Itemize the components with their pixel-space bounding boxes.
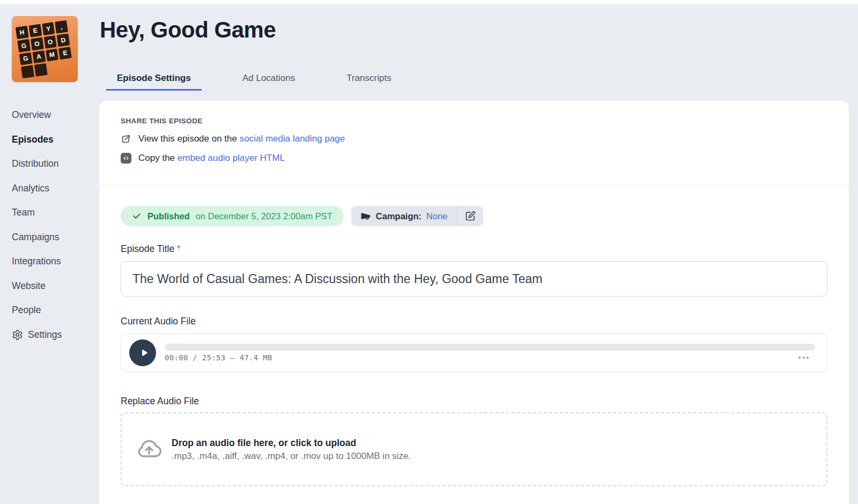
episode-settings-form: Published on December 5, 2023 2:00am PST bbox=[99, 186, 849, 504]
campaign-pill: Campaign: None bbox=[351, 206, 483, 226]
check-icon bbox=[132, 211, 142, 221]
logo-tile bbox=[34, 63, 48, 77]
sidebar-item-website[interactable]: Website bbox=[12, 274, 62, 299]
episode-title-label: Episode Title * bbox=[121, 243, 827, 255]
logo-tile: Y bbox=[42, 22, 55, 35]
gear-icon bbox=[12, 329, 23, 340]
logo-tile: D bbox=[57, 33, 70, 47]
logo-tile: A bbox=[32, 50, 46, 64]
podcast-logo-grid: H E Y , G O O D G A M E bbox=[16, 20, 73, 78]
logo-tile: M bbox=[46, 48, 59, 62]
dropzone-text: Drop an audio file here, or click to upl… bbox=[172, 438, 411, 462]
audio-player: 00:00 / 25:53 — 47.4 MB bbox=[121, 333, 827, 372]
share-section: SHARE THIS EPISODE View this episode on … bbox=[99, 101, 849, 186]
tab-ad-locations[interactable]: Ad Locations bbox=[232, 70, 306, 91]
edit-icon bbox=[465, 211, 476, 221]
social-landing-page-link[interactable]: social media landing page bbox=[240, 134, 345, 144]
logo-tile: O bbox=[43, 35, 57, 49]
sidebar-item-integrations[interactable]: Integrations bbox=[12, 249, 62, 274]
published-date: on December 5, 2023 2:00am PST bbox=[196, 211, 332, 221]
megaphone-icon bbox=[360, 211, 371, 221]
dropzone-subtext: .mp3, .m4a, .aiff, .wav, .mp4, or .mov u… bbox=[172, 451, 411, 462]
share-heading: SHARE THIS EPISODE bbox=[121, 117, 827, 125]
share-row: View this episode on the social media la… bbox=[121, 134, 827, 144]
campaign-label: Campaign: bbox=[376, 211, 421, 221]
campaign-main: Campaign: None bbox=[351, 206, 457, 226]
share-row-prefix: Copy the bbox=[138, 153, 177, 163]
campaign-value-link[interactable]: None bbox=[426, 211, 447, 221]
time-info: 00:00 / 25:53 — 47.4 MB bbox=[165, 353, 272, 362]
replace-audio-label: Replace Audio File bbox=[121, 396, 827, 407]
play-icon bbox=[138, 347, 150, 359]
logo-tile: E bbox=[58, 47, 72, 60]
upload-cloud-icon bbox=[135, 435, 164, 464]
player-meta: 00:00 / 25:53 — 47.4 MB bbox=[165, 353, 815, 362]
sidebar-item-distribution[interactable]: Distribution bbox=[12, 152, 62, 176]
campaign-edit-button[interactable] bbox=[457, 206, 483, 226]
player-options-button[interactable] bbox=[798, 357, 809, 359]
required-asterisk: * bbox=[177, 243, 181, 254]
published-label: Published bbox=[147, 211, 190, 221]
published-badge: Published on December 5, 2023 2:00am PST bbox=[121, 206, 344, 226]
sidebar-item-label: Settings bbox=[28, 329, 62, 340]
status-row: Published on December 5, 2023 2:00am PST bbox=[121, 206, 827, 226]
tab-transcripts[interactable]: Transcripts bbox=[336, 70, 402, 91]
logo-tile: G bbox=[19, 52, 33, 65]
player-body: 00:00 / 25:53 — 47.4 MB bbox=[165, 344, 815, 362]
sidebar-item-episodes[interactable]: Episodes bbox=[12, 128, 62, 152]
play-button[interactable] bbox=[129, 339, 156, 366]
sidebar-nav: Overview Episodes Distribution Analytics… bbox=[12, 103, 62, 347]
external-link-icon bbox=[121, 134, 131, 144]
podcast-cover-art: H E Y , G O O D G A M E bbox=[12, 16, 78, 82]
tab-bar: Episode Settings Ad Locations Transcript… bbox=[106, 70, 402, 91]
sidebar-item-campaigns[interactable]: Campaigns bbox=[12, 225, 62, 250]
episode-title-input[interactable] bbox=[121, 261, 827, 297]
sidebar-item-settings[interactable]: Settings bbox=[12, 323, 62, 347]
logo-tile: , bbox=[55, 20, 68, 34]
sidebar-item-team[interactable]: Team bbox=[12, 201, 62, 225]
logo-tile: E bbox=[28, 24, 42, 38]
logo-tile: H bbox=[16, 26, 29, 39]
progress-bar[interactable] bbox=[165, 344, 815, 351]
share-row-text: Copy the embed audio player HTML bbox=[138, 153, 285, 164]
logo-tile bbox=[21, 65, 34, 79]
podcast-title: Hey, Good Game bbox=[100, 17, 276, 43]
audio-upload-dropzone[interactable]: Drop an audio file here, or click to upl… bbox=[121, 412, 827, 486]
episode-title-label-text: Episode Title bbox=[121, 243, 174, 254]
sidebar-item-people[interactable]: People bbox=[12, 298, 62, 323]
current-audio-label: Current Audio File bbox=[121, 316, 827, 327]
share-row-prefix: View this episode on the bbox=[138, 134, 240, 144]
top-white-strip bbox=[0, 0, 858, 4]
logo-tile: O bbox=[31, 37, 44, 50]
sidebar-item-analytics[interactable]: Analytics bbox=[12, 176, 62, 201]
dropzone-headline: Drop an audio file here, or click to upl… bbox=[172, 438, 411, 449]
tab-episode-settings[interactable]: Episode Settings bbox=[106, 70, 202, 91]
sidebar-item-overview[interactable]: Overview bbox=[12, 103, 62, 128]
share-row: Copy the embed audio player HTML bbox=[121, 153, 827, 164]
logo-tile: G bbox=[17, 39, 31, 53]
page-background: H E Y , G O O D G A M E Hey, Good Game E… bbox=[0, 4, 858, 504]
code-icon bbox=[121, 153, 131, 164]
share-row-text: View this episode on the social media la… bbox=[138, 134, 345, 144]
app-window: H E Y , G O O D G A M E Hey, Good Game E… bbox=[0, 0, 858, 504]
embed-player-link[interactable]: embed audio player HTML bbox=[177, 153, 285, 163]
main-card: SHARE THIS EPISODE View this episode on … bbox=[99, 101, 849, 504]
